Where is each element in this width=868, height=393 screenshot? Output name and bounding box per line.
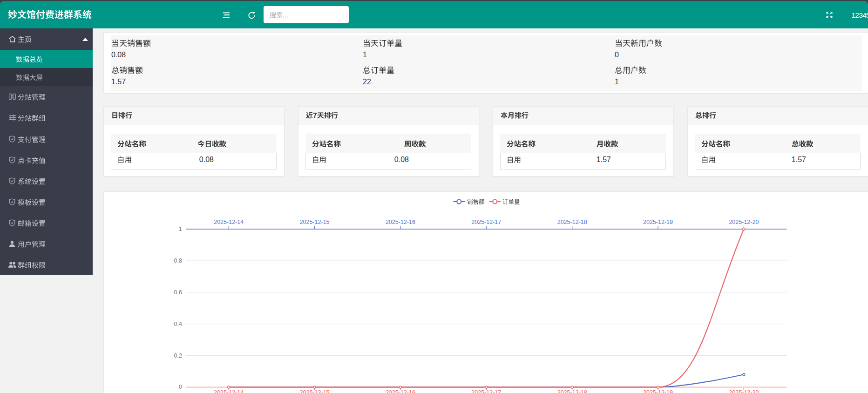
svg-text:2025-12-20: 2025-12-20 [729,219,759,225]
svg-text:0: 0 [179,384,182,390]
svg-text:2025-12-20: 2025-12-20 [729,389,759,393]
svg-text:2025-12-17: 2025-12-17 [471,389,501,393]
svg-text:2025-12-18: 2025-12-18 [557,219,587,225]
svg-text:1: 1 [179,226,182,232]
svg-text:2025-12-14: 2025-12-14 [214,219,244,225]
svg-text:2025-12-16: 2025-12-16 [386,389,415,393]
svg-text:0.4: 0.4 [174,321,182,327]
svg-text:0.2: 0.2 [174,352,182,359]
svg-text:2025-12-14: 2025-12-14 [214,389,244,393]
svg-text:0.8: 0.8 [174,257,182,264]
svg-text:0.6: 0.6 [174,289,182,296]
svg-text:2025-12-18: 2025-12-18 [557,389,587,393]
svg-text:2025-12-17: 2025-12-17 [471,219,501,225]
svg-text:2025-12-15: 2025-12-15 [300,389,330,393]
svg-text:2025-12-19: 2025-12-19 [643,219,673,225]
svg-text:2025-12-19: 2025-12-19 [643,389,673,393]
svg-text:2025-12-16: 2025-12-16 [386,219,415,225]
svg-text:2025-12-15: 2025-12-15 [300,219,330,225]
